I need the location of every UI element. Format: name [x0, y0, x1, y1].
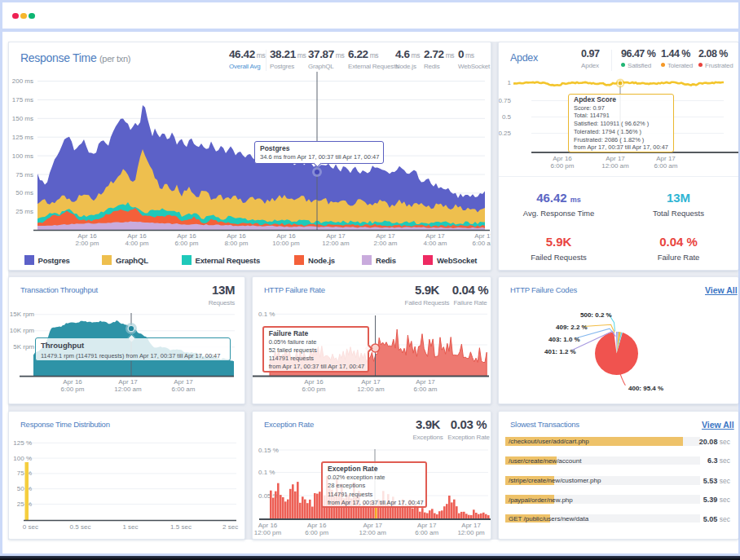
- svg-text:25 %: 25 %: [17, 500, 32, 508]
- svg-text:12:00 am: 12:00 am: [359, 529, 387, 536]
- svg-text:Apr 16: Apr 16: [127, 232, 147, 240]
- svg-text:Apr 17: Apr 17: [174, 378, 193, 386]
- svg-text:Apr 16: Apr 16: [63, 378, 82, 386]
- svg-text:6:00 am: 6:00 am: [414, 386, 438, 393]
- svg-text:0.15 %: 0.15 %: [258, 447, 279, 454]
- svg-text:0.1 %: 0.1 %: [258, 311, 275, 318]
- svg-text:12:00 pm: 12:00 pm: [254, 529, 282, 536]
- svg-text:75 ms: 75 ms: [15, 171, 33, 179]
- svg-text:Apr 17: Apr 17: [656, 155, 676, 162]
- svg-text:Apr 17: Apr 17: [461, 522, 481, 529]
- svg-text:Apr 17: Apr 17: [118, 378, 138, 386]
- svg-text:6:00 am: 6:00 am: [172, 386, 196, 393]
- svg-text:4:00 am: 4:00 am: [424, 240, 447, 247]
- svg-text:10K rpm: 10K rpm: [10, 327, 35, 334]
- svg-text:Apr 17: Apr 17: [606, 155, 625, 162]
- svg-text:1 sec: 1 sec: [122, 523, 138, 531]
- svg-text:125 %: 125 %: [13, 439, 32, 447]
- svg-text:Apr 17: Apr 17: [416, 378, 435, 386]
- svg-text:403: 1.0 %: 403: 1.0 %: [548, 336, 580, 343]
- svg-text:12:00 pm: 12:00 pm: [457, 529, 485, 536]
- svg-text:Apr 17: Apr 17: [361, 378, 381, 386]
- svg-text:6:00 am: 6:00 am: [415, 529, 438, 536]
- svg-text:6:00 am: 6:00 am: [473, 240, 491, 247]
- svg-text:4:00 pm: 4:00 pm: [126, 240, 149, 247]
- svg-text:409: 2.2 %: 409: 2.2 %: [556, 324, 588, 331]
- svg-text:8:00 pm: 8:00 pm: [225, 240, 249, 247]
- svg-text:6:00 pm: 6:00 pm: [61, 386, 85, 393]
- svg-text:0.75: 0.75: [499, 97, 512, 104]
- svg-text:Apr 16: Apr 16: [307, 522, 327, 529]
- svg-text:Apr 17: Apr 17: [474, 232, 491, 240]
- svg-text:2:00 am: 2:00 am: [374, 240, 398, 247]
- svg-text:100 %: 100 %: [13, 455, 32, 462]
- svg-text:Apr 16: Apr 16: [553, 155, 572, 162]
- svg-text:Apr 16: Apr 16: [77, 232, 97, 240]
- svg-text:Apr 16: Apr 16: [276, 232, 296, 240]
- svg-text:2:00 pm: 2:00 pm: [76, 240, 99, 247]
- svg-text:Apr 17: Apr 17: [376, 232, 395, 240]
- svg-text:1.5 sec: 1.5 sec: [170, 523, 192, 531]
- svg-text:6:00 pm: 6:00 pm: [305, 529, 328, 536]
- svg-text:50 %: 50 %: [17, 485, 32, 492]
- svg-text:5K rpm: 5K rpm: [13, 343, 34, 351]
- svg-text:1: 1: [508, 79, 512, 86]
- svg-text:0.25: 0.25: [499, 130, 512, 137]
- svg-text:Apr 17: Apr 17: [417, 522, 437, 529]
- svg-text:0.1 %: 0.1 %: [258, 469, 275, 476]
- svg-text:6:00 pm: 6:00 pm: [175, 240, 199, 247]
- svg-text:75 %: 75 %: [17, 470, 32, 477]
- svg-text:Apr 17: Apr 17: [363, 522, 383, 529]
- svg-text:Apr 16: Apr 16: [227, 232, 246, 240]
- svg-text:Apr 16: Apr 16: [258, 522, 278, 529]
- svg-text:0.5: 0.5: [502, 113, 512, 121]
- svg-text:Apr 17: Apr 17: [425, 232, 445, 240]
- svg-text:400: 95.4 %: 400: 95.4 %: [628, 385, 663, 392]
- svg-text:0 sec: 0 sec: [23, 523, 38, 531]
- svg-text:12:00 am: 12:00 am: [601, 162, 629, 170]
- svg-text:0.5 sec: 0.5 sec: [70, 523, 91, 531]
- svg-text:10:00 pm: 10:00 pm: [272, 240, 300, 247]
- svg-text:25 ms: 25 ms: [15, 208, 33, 215]
- svg-text:401: 1.2 %: 401: 1.2 %: [544, 348, 576, 355]
- svg-text:500: 0.2 %: 500: 0.2 %: [580, 311, 612, 319]
- svg-text:6:00 am: 6:00 am: [654, 162, 678, 170]
- svg-text:6:00 pm: 6:00 pm: [551, 162, 575, 170]
- svg-text:100 ms: 100 ms: [12, 152, 33, 160]
- svg-text:50 ms: 50 ms: [15, 189, 33, 196]
- svg-text:175 ms: 175 ms: [12, 96, 33, 104]
- svg-text:125 ms: 125 ms: [12, 134, 33, 141]
- svg-text:12:00 am: 12:00 am: [357, 386, 385, 393]
- svg-text:200 ms: 200 ms: [12, 77, 33, 85]
- svg-text:150 ms: 150 ms: [12, 115, 33, 122]
- svg-text:Apr 17: Apr 17: [326, 232, 346, 240]
- svg-text:12:00 am: 12:00 am: [114, 386, 142, 393]
- svg-text:15K rpm: 15K rpm: [10, 311, 35, 318]
- svg-text:12:00 am: 12:00 am: [322, 240, 350, 247]
- svg-text:6:00 pm: 6:00 pm: [302, 386, 326, 393]
- svg-text:Apr 16: Apr 16: [304, 378, 324, 386]
- svg-text:2 sec: 2 sec: [222, 523, 238, 531]
- svg-text:Apr 16: Apr 16: [177, 232, 196, 240]
